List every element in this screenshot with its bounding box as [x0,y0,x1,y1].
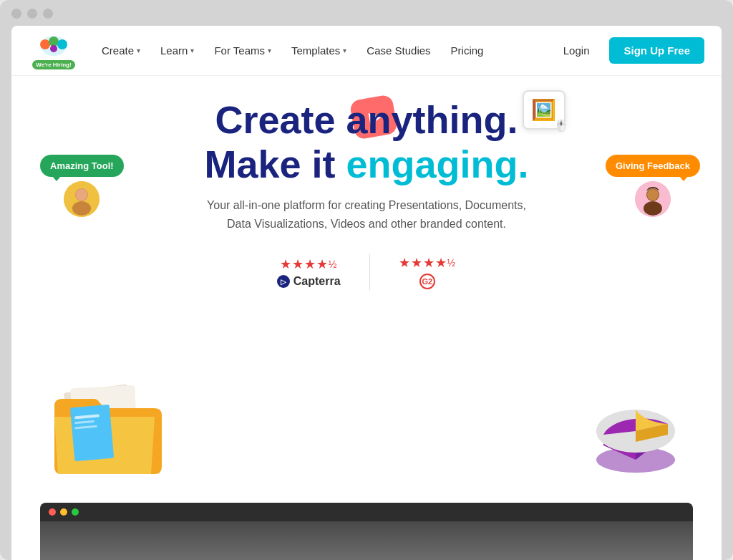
folder-3d-decoration [33,367,176,481]
chevron-down-icon: ▾ [137,47,140,54]
bottom-browser-preview [40,503,693,560]
browser-dot-close[interactable] [11,9,21,19]
capterra-brand: ▷ Capterra [277,275,341,288]
chevron-down-icon: ▾ [190,47,194,54]
svg-point-4 [50,45,57,52]
g2-brand: G2 [419,274,435,289]
nav-item-for-teams[interactable]: For Teams ▾ [205,39,280,62]
svg-point-8 [76,189,87,201]
chevron-down-icon: ▾ [343,47,346,54]
capterra-stars: ★★★★½ [280,256,338,272]
preview-screen [40,521,693,560]
preview-dot-red [49,508,56,516]
signup-button[interactable]: Sign Up Free [609,37,704,64]
chevron-down-icon: ▾ [268,47,271,54]
cursor-icon: 🖱️ [554,119,568,132]
browser-window: We're Hiring! Create ▾ Learn ▾ For Teams… [0,0,733,560]
speech-bubble-amazing: Amazing Tool! [40,155,124,177]
ratings-row: ★★★★½ ▷ Capterra ★★★★½ G2 [277,254,457,290]
svg-point-11 [644,201,662,216]
svg-point-7 [72,201,91,216]
preview-dot-yellow [60,508,67,516]
visme-logo [38,32,69,59]
nav-item-create[interactable]: Create ▾ [93,39,149,62]
browser-toolbar [11,9,722,19]
g2-stars: ★★★★½ [399,255,457,271]
svg-point-2 [49,37,59,47]
hero-subtitle: Your all-in-one platform for creating Pr… [195,196,538,233]
logo-area[interactable]: We're Hiring! [29,32,79,69]
svg-point-12 [647,189,659,201]
svg-point-1 [40,39,50,49]
nav-right: Login Sign Up Free [555,37,704,64]
navbar: We're Hiring! Create ▾ Learn ▾ For Teams… [11,26,722,76]
bubble-left: Amazing Tool! [40,155,124,217]
nav-links: Create ▾ Learn ▾ For Teams ▾ Templates ▾… [93,39,555,62]
headline: Create anything. Make it engaging. [204,97,528,186]
hero-title: Create anything. Make it engaging. [204,97,528,186]
piechart-3d-decoration [586,388,693,481]
bubble-right: Giving Feedback [606,155,700,217]
rating-divider [369,254,370,290]
nav-item-templates[interactable]: Templates ▾ [283,39,355,62]
svg-point-3 [57,39,67,49]
nav-item-pricing[interactable]: Pricing [442,39,492,62]
avatar-female [635,181,671,217]
browser-dot-minimize[interactable] [27,9,37,19]
speech-bubble-feedback: Giving Feedback [606,155,700,177]
hero-section: 🖼️ 🖱️ Amazing Tool! [11,76,722,560]
image-badge: 🖼️ 🖱️ [523,90,565,130]
g2-rating: ★★★★½ G2 [399,255,457,289]
capterra-rating: ★★★★½ ▷ Capterra [277,256,341,288]
webpage: We're Hiring! Create ▾ Learn ▾ For Teams… [11,26,722,560]
g2-logo-icon: G2 [419,274,435,289]
image-icon-decoration: 🖼️ 🖱️ [523,90,565,130]
browser-dot-maximize[interactable] [43,9,53,19]
login-button[interactable]: Login [555,39,598,62]
hiring-badge: We're Hiring! [32,60,74,69]
nav-item-learn[interactable]: Learn ▾ [152,39,203,62]
preview-dot-green [72,508,79,516]
svg-rect-15 [70,405,114,462]
avatar-male [64,181,99,217]
nav-item-case-studies[interactable]: Case Studies [358,39,439,62]
capterra-logo-icon: ▷ [277,275,290,288]
